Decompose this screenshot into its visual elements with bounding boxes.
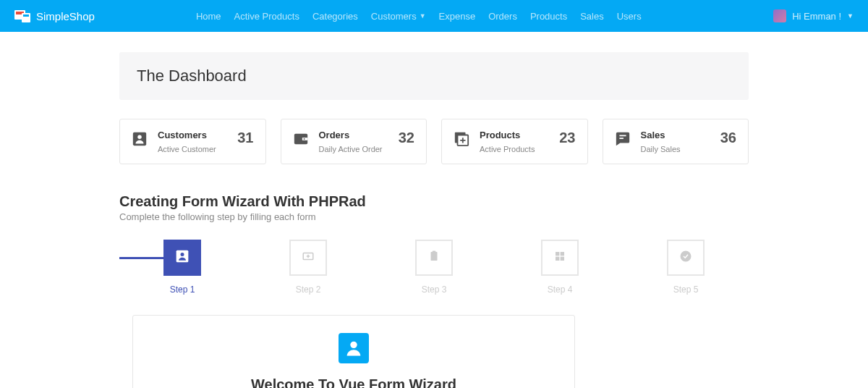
chat-icon xyxy=(615,131,631,147)
svg-point-12 xyxy=(181,253,184,256)
grid-icon xyxy=(554,250,566,265)
stat-title: Sales xyxy=(641,130,710,140)
nav-home[interactable]: Home xyxy=(196,11,221,22)
section-title: Creating Form Wizard With PHPRad xyxy=(119,193,749,210)
wizard-content: Welcome To Vue Form Wizard xyxy=(132,315,575,388)
stat-sub: Daily Sales xyxy=(641,145,710,153)
step-box xyxy=(415,240,453,276)
navbar: SimpleShop Home Active Products Categori… xyxy=(0,0,868,32)
nav-users[interactable]: Users xyxy=(617,11,642,22)
stat-title: Orders xyxy=(319,130,388,140)
add-box-icon xyxy=(454,131,469,147)
wizard-steps: Step 1 Step 2 Step 3 Step 4 Step 5 xyxy=(119,240,749,295)
page-title: The Dashboard xyxy=(137,67,731,85)
step-label: Step 4 xyxy=(548,284,573,295)
wizard-step-4[interactable]: Step 4 xyxy=(497,240,623,295)
add-card-icon xyxy=(302,250,315,266)
section-sub: Complete the following step by filling e… xyxy=(119,211,749,222)
svg-point-20 xyxy=(681,251,692,262)
svg-rect-19 xyxy=(561,257,564,261)
stat-value: 32 xyxy=(399,130,414,146)
user-menu[interactable]: Hi Emman ! ▼ xyxy=(773,9,854,22)
wizard-step-2[interactable]: Step 2 xyxy=(245,240,371,295)
nav-active-products[interactable]: Active Products xyxy=(234,11,299,22)
user-greeting: Hi Emman ! xyxy=(792,11,841,22)
svg-rect-3 xyxy=(23,14,29,17)
person-icon xyxy=(132,131,148,147)
svg-point-21 xyxy=(350,342,357,348)
wizard-step-3[interactable]: Step 3 xyxy=(371,240,497,295)
step-box xyxy=(541,240,579,276)
nav-categories[interactable]: Categories xyxy=(312,11,358,22)
brand-logo-icon xyxy=(14,9,32,23)
stat-orders[interactable]: Orders Daily Active Order 32 xyxy=(281,119,427,164)
brand-name: SimpleShop xyxy=(36,10,95,22)
wizard-step-1[interactable]: Step 1 xyxy=(119,240,245,295)
stat-title: Customers xyxy=(158,130,227,140)
stat-sub: Active Products xyxy=(480,145,549,153)
step-label: Step 2 xyxy=(296,284,321,295)
page-title-box: The Dashboard xyxy=(119,52,749,100)
svg-rect-14 xyxy=(431,252,438,261)
svg-rect-16 xyxy=(556,252,559,256)
step-box xyxy=(667,240,705,276)
svg-rect-15 xyxy=(433,251,436,253)
stat-sub: Active Customer xyxy=(158,145,227,153)
stat-customers[interactable]: Customers Active Customer 31 xyxy=(119,119,266,164)
stat-products[interactable]: Products Active Products 23 xyxy=(441,119,588,164)
brand[interactable]: SimpleShop xyxy=(14,9,95,23)
stat-title: Products xyxy=(480,130,549,140)
nav-customers[interactable]: Customers▼ xyxy=(371,11,426,22)
nav-expense[interactable]: Expense xyxy=(439,11,476,22)
stat-value: 23 xyxy=(559,130,575,146)
chevron-down-icon: ▼ xyxy=(420,12,426,20)
person-icon xyxy=(175,249,190,266)
wallet-icon xyxy=(293,131,309,147)
stats-row: Customers Active Customer 31 Orders Dail… xyxy=(119,119,749,164)
clipboard-icon xyxy=(427,250,441,266)
nav-products[interactable]: Products xyxy=(530,11,567,22)
nav-sales[interactable]: Sales xyxy=(580,11,604,22)
step-box xyxy=(289,240,327,276)
chevron-down-icon: ▼ xyxy=(847,12,854,20)
svg-point-5 xyxy=(137,135,142,140)
stat-sales[interactable]: Sales Daily Sales 36 xyxy=(603,119,749,164)
step-box xyxy=(163,240,201,276)
svg-rect-18 xyxy=(556,257,559,261)
step-label: Step 1 xyxy=(170,284,195,295)
nav-orders[interactable]: Orders xyxy=(488,11,517,22)
stat-value: 31 xyxy=(237,130,253,146)
wizard-step-5[interactable]: Step 5 xyxy=(623,240,749,295)
svg-point-8 xyxy=(303,138,305,140)
step-label: Step 3 xyxy=(422,284,447,295)
stat-sub: Daily Active Order xyxy=(319,145,388,153)
step-label: Step 5 xyxy=(673,284,699,295)
wizard-content-icon xyxy=(339,333,369,363)
wizard-heading: Welcome To Vue Form Wizard xyxy=(150,376,557,388)
svg-rect-17 xyxy=(561,252,564,256)
avatar xyxy=(773,9,786,22)
nav-links: Home Active Products Categories Customer… xyxy=(196,11,642,22)
stat-value: 36 xyxy=(720,130,736,146)
check-icon xyxy=(679,250,692,266)
svg-rect-2 xyxy=(22,13,30,22)
